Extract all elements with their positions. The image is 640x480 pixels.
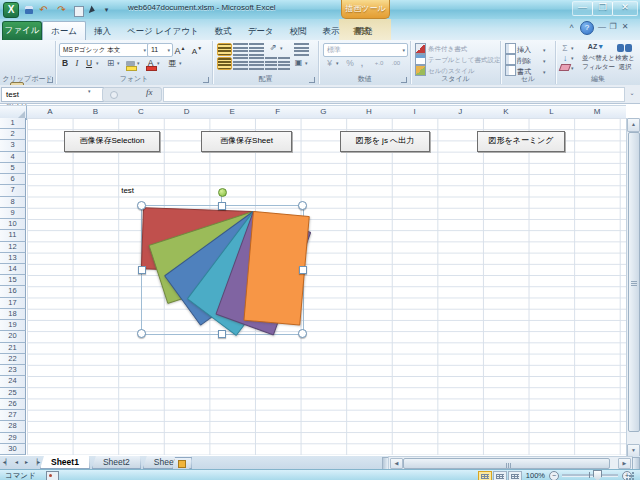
name-box-dropdown-icon[interactable]: ▾ [88,88,91,94]
row-header-14[interactable]: 14 [0,264,26,275]
selection-handle-se[interactable] [298,329,307,338]
ribbon-tab-0[interactable]: ホーム [42,21,86,40]
column-header-M[interactable]: M [574,105,621,118]
qat-dropdown-icon[interactable]: ▾ [100,3,113,16]
grow-font-icon[interactable]: A▲ [172,42,188,55]
column-header-L[interactable]: L [529,105,576,118]
vertical-scroll-thumb[interactable] [628,132,640,432]
column-header-A[interactable]: A [27,105,74,118]
column-header-K[interactable]: K [483,105,530,118]
fill-color-icon[interactable] [124,57,137,70]
selection-handle-w[interactable] [138,266,146,274]
number-dialog-launcher-icon[interactable] [401,77,407,83]
help-icon[interactable]: ? [580,21,594,35]
ribbon-tab-5[interactable]: 校閲 [282,22,315,40]
currency-icon[interactable]: ¥ [323,57,336,70]
decrease-decimal-icon[interactable]: .00 [388,57,404,70]
sheet-button-name-shapes[interactable]: 図形をネーミング [477,131,565,152]
zoom-slider-thumb[interactable] [593,470,602,480]
row-header-30[interactable]: 30 [0,444,26,455]
row-header-21[interactable]: 21 [0,343,26,354]
row-header-10[interactable]: 10 [0,219,26,230]
selection-handle-nw[interactable] [137,201,146,210]
column-header-I[interactable]: I [392,105,439,118]
font-size-dropdown-icon[interactable]: ▾ [167,44,170,56]
cell-C7[interactable]: test [121,186,134,195]
formula-bar-expand-icon[interactable]: ⌄ [626,88,638,100]
sheet-button-save-sheet[interactable]: 画像保存Sheet [201,131,292,152]
decrease-indent-icon[interactable] [265,57,277,70]
number-format-combo[interactable]: 標準 ▾ [323,43,408,57]
selection-handle-n[interactable] [218,202,226,210]
font-name-dropdown-icon[interactable]: ▾ [143,44,146,56]
bold-button[interactable]: B [59,57,71,70]
row-header-7[interactable]: 7 [0,185,26,196]
wrap-text-icon[interactable] [294,43,309,56]
zoom-slider-track[interactable] [562,474,618,477]
font-name-combo[interactable]: MS Pゴシック 本文 ▾ [59,43,149,57]
selection-handle-s[interactable] [218,330,226,338]
workbook-restore-icon[interactable]: ❐ [608,21,618,33]
workbook-minimize-icon[interactable]: — [597,21,607,33]
insert-function-icon[interactable]: fx [146,87,153,97]
properties-icon[interactable] [72,3,85,16]
horizontal-scroll-thumb[interactable] [403,458,610,469]
selection-handle-sw[interactable] [137,329,146,338]
row-header-6[interactable]: 6 [0,174,26,185]
row-header-12[interactable]: 12 [0,242,26,253]
vertical-scrollbar[interactable]: ▲ ▼ [626,118,640,458]
column-header-N[interactable]: N [620,105,626,118]
row-header-3[interactable]: 3 [0,140,26,151]
workbook-close-icon[interactable]: ✕ [619,21,631,33]
row-header-11[interactable]: 11 [0,230,26,241]
row-header-19[interactable]: 19 [0,320,26,331]
delete-cells-label[interactable]: 削除 [517,56,531,66]
worksheet-grid[interactable] [27,118,626,455]
sheet-button-save-selection[interactable]: 画像保存Selection [64,131,160,152]
row-header-18[interactable]: 18 [0,309,26,320]
phonetic-icon[interactable]: 亜 [166,57,179,70]
align-left-button[interactable] [217,57,232,70]
font-dialog-launcher-icon[interactable] [203,77,209,83]
redo-icon[interactable]: ↷ [55,3,68,16]
increase-indent-icon[interactable] [278,57,290,70]
selection-handle-ne[interactable] [298,201,307,210]
zoom-in-icon[interactable]: + [622,471,632,480]
align-bottom-button[interactable] [249,43,264,56]
find-select-button[interactable]: 検索と 選択 [612,42,638,72]
normal-view-button[interactable] [478,471,492,480]
row-header-5[interactable]: 5 [0,163,26,174]
column-header-D[interactable]: D [164,105,211,118]
ribbon-collapse-icon[interactable]: ˄ [566,21,577,33]
sheet-tab-Sheet2[interactable]: Sheet2 [92,456,141,469]
comma-style-icon[interactable]: , [357,57,367,70]
column-header-E[interactable]: E [209,105,256,118]
column-header-J[interactable]: J [437,105,484,118]
row-header-22[interactable]: 22 [0,354,26,365]
scroll-up-icon[interactable]: ▲ [627,118,640,132]
ribbon-tab-4[interactable]: データ [240,22,282,40]
file-tab[interactable]: ファイル [2,21,42,40]
macro-record-icon[interactable] [46,471,59,480]
merge-center-icon[interactable]: ▣ [292,56,305,69]
page-layout-view-button[interactable] [493,471,507,480]
align-middle-button[interactable] [233,43,248,56]
row-header-16[interactable]: 16 [0,286,26,297]
insert-cells-label[interactable]: 挿入 [517,45,531,55]
row-header-20[interactable]: 20 [0,331,26,342]
percent-style-icon[interactable]: % [344,57,356,70]
resize-grip[interactable] [632,472,634,474]
align-center-button[interactable] [233,57,248,70]
format-as-table-label[interactable]: テーブルとして書式設定 [428,56,500,65]
row-header-23[interactable]: 23 [0,365,26,376]
number-format-dropdown-icon[interactable]: ▾ [402,44,405,56]
next-sheet-icon[interactable]: ▸ [22,457,31,468]
underline-button[interactable]: U [83,57,95,70]
row-header-29[interactable]: 29 [0,433,26,444]
column-header-F[interactable]: F [255,105,302,118]
column-header-C[interactable]: C [118,105,165,118]
ribbon-tab-6[interactable]: 表示 [315,22,348,40]
prev-sheet-icon[interactable]: ◂ [12,457,21,468]
save-icon[interactable] [22,3,35,16]
row-header-1[interactable]: 1 [0,118,26,129]
